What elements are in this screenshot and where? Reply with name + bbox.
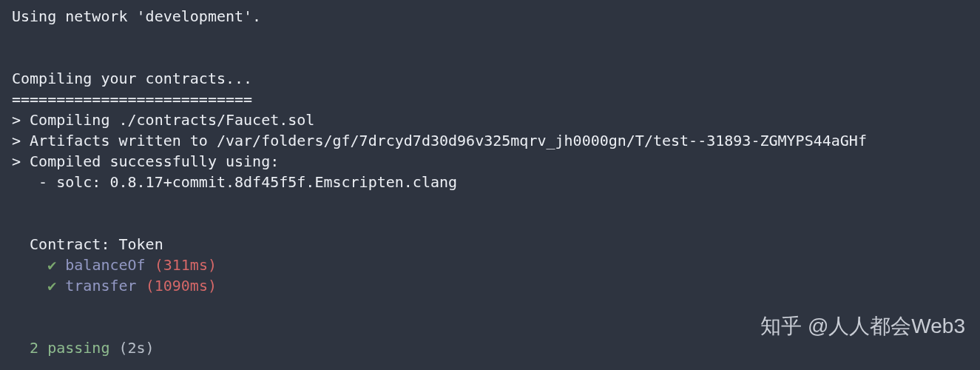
- compile-header: Compiling your contracts...: [12, 68, 968, 89]
- test-time: (1090ms): [137, 277, 217, 295]
- pass-count: 2: [12, 339, 38, 357]
- passing-label: passing: [38, 339, 109, 357]
- check-icon: ✔: [12, 277, 56, 295]
- duration: (2s): [109, 339, 154, 357]
- blank: [12, 192, 968, 213]
- divider: ===========================: [12, 89, 968, 110]
- test-name: transfer: [56, 277, 136, 295]
- watermark: 知乎 @人人都会Web3: [760, 312, 965, 340]
- blank: [12, 213, 968, 234]
- test-time: (311ms): [146, 256, 217, 274]
- blank: [12, 47, 968, 68]
- compile-line: - solc: 0.8.17+commit.8df45f5f.Emscripte…: [12, 172, 968, 192]
- blank: [12, 27, 968, 47]
- test-result: ✔ transfer (1090ms): [12, 275, 968, 296]
- test-result: ✔ balanceOf (311ms): [12, 255, 968, 275]
- summary-line: 2 passing (2s): [12, 337, 968, 358]
- network-line: Using network 'development'.: [12, 6, 968, 27]
- test-name: balanceOf: [56, 256, 145, 274]
- compile-line: > Compiled successfully using:: [12, 151, 968, 172]
- compile-line: > Compiling ./contracts/Faucet.sol: [12, 110, 968, 130]
- check-icon: ✔: [12, 256, 56, 274]
- contract-header: Contract: Token: [12, 234, 968, 255]
- compile-line: > Artifacts written to /var/folders/gf/7…: [12, 130, 968, 151]
